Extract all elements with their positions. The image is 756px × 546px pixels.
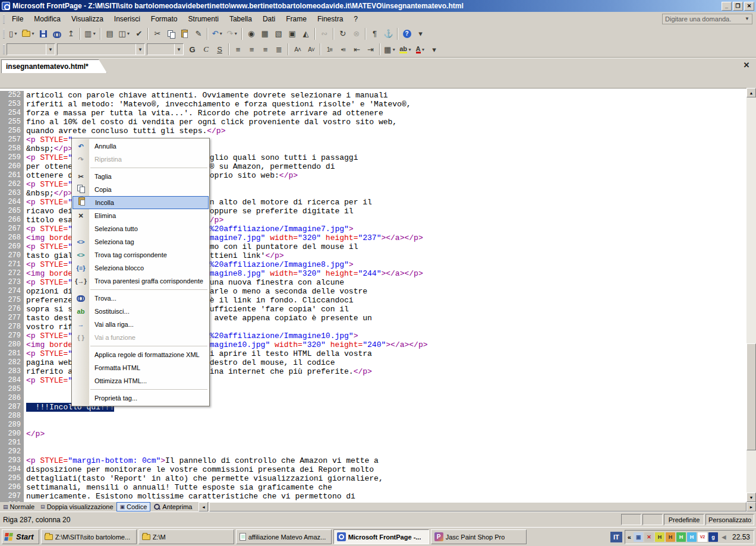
code-line[interactable]: 288 (0, 412, 746, 421)
insert-layer-button[interactable]: ▧ (272, 27, 285, 40)
decrease-font-button[interactable]: A˅ (304, 43, 318, 56)
toggle-pane-button[interactable]: ▥▼ (83, 27, 98, 40)
context-menu-item-trova-tag-corrispondente[interactable]: <>Trova tag corrispondente (73, 248, 209, 261)
code-line-content[interactable]: articoli con parole chiave attinenti. Ov… (24, 91, 746, 100)
code-line-content[interactable]: fino al 10% del costo di vendita per ogn… (24, 118, 746, 127)
vertical-scrollbar[interactable]: ▲ ▼ (746, 88, 756, 502)
scroll-up-icon[interactable]: ▲ (746, 88, 756, 97)
style-combo[interactable]: ▼ (7, 43, 55, 55)
code-line[interactable]: 255fino al 10% del costo di vendita per … (0, 118, 746, 127)
highlight-color-button[interactable]: ab▼ (398, 43, 414, 56)
context-menu-item-applica-regole-di-formattazione-xml[interactable]: Applica regole di formattazione XML (73, 348, 209, 361)
italic-button[interactable]: C (199, 43, 213, 56)
undo-button[interactable]: ↶▼ (210, 27, 225, 40)
code-line[interactable]: 296settimanali, mensili o annuali! Tutte… (0, 483, 746, 492)
new-page-button[interactable]: ▯▼ (7, 27, 20, 40)
context-menu-item-formatta-html[interactable]: Formatta HTML (73, 361, 209, 374)
menu-visualizza[interactable]: Visualizza (66, 13, 109, 25)
help-button[interactable]: ? (400, 27, 414, 40)
borders-button[interactable]: ▦▼ (382, 43, 398, 56)
format-painter-button[interactable]: ✎ (191, 27, 205, 40)
view-tab-normale[interactable]: ▤Normale (0, 502, 37, 512)
close-icon[interactable]: ✕ (742, 61, 751, 71)
code-line-content[interactable]: disposizione per monitorare le vostre co… (24, 465, 746, 474)
menu-dati[interactable]: Dati (257, 13, 281, 25)
context-menu-item-propriet-tag[interactable]: Proprietà tag... (73, 392, 209, 405)
document-tab[interactable]: insegnantematevo.html* (1, 59, 107, 73)
taskbar-button-z-m[interactable]: Z:\M (138, 529, 234, 544)
context-menu-item-elimina[interactable]: ✕Elimina (73, 209, 209, 222)
monitor-orange-icon[interactable]: H (666, 532, 675, 542)
increase-indent-button[interactable]: ⇥ (364, 43, 377, 56)
view-tab-anteprima[interactable]: Anteprima (150, 502, 195, 512)
network-icon[interactable]: ▣ (634, 532, 643, 542)
copy-button[interactable] (164, 27, 178, 40)
code-line-content[interactable]: <p STYLE="margin-bottom: 0cm">Il pannell… (24, 456, 746, 465)
code-line-content[interactable] (24, 421, 746, 430)
context-menu-item-vai-alla-riga[interactable]: →Vai alla riga... (73, 318, 209, 331)
taskbar-button-affiliazione-matevo-amaz[interactable]: affiliazione Matevo Amaz... (236, 529, 332, 544)
context-menu-item-incolla[interactable]: Incolla (73, 196, 209, 209)
code-line[interactable]: 291 (0, 438, 746, 447)
menu-bar-grip[interactable] (3, 14, 5, 24)
decrease-indent-button[interactable]: ⇤ (350, 43, 364, 56)
monitor-blue-icon[interactable]: H (687, 532, 697, 542)
align-center-button[interactable]: ≡ (245, 43, 259, 56)
code-line-content[interactable]: riferiti al metodo: 'Matevo®, invecchiam… (24, 100, 746, 109)
context-menu-item-trova-parentesi-graffa-corrispondente[interactable]: {→}Trova parentesi graffa corrispondente (73, 274, 209, 288)
bullet-list-button[interactable]: •≡ (336, 43, 350, 56)
language-indicator[interactable]: IT (610, 532, 622, 542)
find-button[interactable] (51, 27, 64, 40)
mute-icon[interactable]: ✕ (644, 532, 654, 542)
insert-table-button[interactable]: ▦ (258, 27, 272, 40)
toolbar-options-button[interactable]: ▾ (414, 27, 427, 40)
code-line-content[interactable] (24, 447, 746, 456)
g-app-icon[interactable]: g (708, 532, 718, 542)
size-combo[interactable]: ▼ (147, 43, 184, 55)
toolbar-grip[interactable] (3, 29, 5, 39)
context-menu-item-copia[interactable]: Copia (73, 183, 209, 196)
code-line[interactable]: 254forza e massa per tutta la vita...'. … (0, 109, 746, 118)
bookmark-button[interactable]: ⚓ (382, 27, 395, 40)
context-menu-item-seleziona-blocco[interactable]: {≡}Seleziona blocco (73, 261, 209, 274)
preview-button[interactable]: ◫▼ (116, 27, 132, 40)
cut-button[interactable]: ✂ (150, 27, 164, 40)
code-line-content[interactable]: forza e massa per tutta la vita...'. Ric… (24, 109, 746, 118)
align-right-button[interactable]: ≡ (259, 43, 272, 56)
menu-inserisci[interactable]: Inserisci (109, 13, 146, 25)
code-line-content[interactable]: settimanali, mensili o annuali! Tutte es… (24, 483, 746, 492)
view-tab-codice[interactable]: ▣Codice (116, 502, 151, 512)
tray-chevron-icon[interactable]: « (626, 534, 632, 541)
menu-tabella[interactable]: Tabella (224, 13, 257, 25)
menu-file[interactable]: File (7, 13, 29, 25)
minimize-button[interactable]: _ (722, 2, 732, 11)
print-button[interactable]: ▤ (103, 27, 116, 40)
context-menu-item-sostituisci[interactable]: abSostituisci... (73, 305, 209, 318)
menu-modifica[interactable]: Modifica (29, 13, 66, 25)
show-all-button[interactable]: ¶ (368, 27, 382, 40)
scroll-left-icon[interactable]: ◄ (199, 502, 208, 512)
code-line[interactable]: 295dettagliati(tasto 'Report' in alto) c… (0, 474, 746, 483)
context-menu-item-ottimizza-html[interactable]: Ottimizza HTML... (73, 374, 209, 387)
start-button[interactable]: Start (2, 529, 39, 544)
context-menu-item-seleziona-tag[interactable]: <>Seleziona tag (73, 235, 209, 248)
code-line-content[interactable] (24, 438, 746, 447)
chevron-down-icon[interactable]: ▼ (136, 44, 144, 55)
scroll-down-icon[interactable]: ▼ (746, 493, 756, 502)
chevron-down-icon[interactable]: ▼ (174, 44, 183, 55)
underline-button[interactable]: S (213, 43, 226, 56)
code-line[interactable]: 256quando avrete concluso tutti gli step… (0, 127, 746, 135)
increase-font-button[interactable]: A˄ (291, 43, 304, 56)
code-line[interactable]: 292 (0, 447, 746, 456)
code-line[interactable]: 253riferiti al metodo: 'Matevo®, invecch… (0, 100, 746, 109)
publish-button[interactable]: ↥ (64, 27, 78, 40)
menu-?[interactable]: ? (348, 13, 363, 25)
chevron-down-icon[interactable]: ▼ (46, 44, 55, 55)
drawing-button[interactable]: ◭ (299, 27, 313, 40)
menu-strumenti[interactable]: Strumenti (183, 13, 224, 25)
code-line[interactable]: 252articoli con parole chiave attinenti.… (0, 91, 746, 100)
horizontal-scrollbar-thumb[interactable] (209, 502, 746, 512)
menu-formato[interactable]: Formato (146, 13, 183, 25)
maximize-button[interactable]: ❐ (733, 2, 743, 11)
spelling-button[interactable]: ✔ (132, 27, 146, 40)
